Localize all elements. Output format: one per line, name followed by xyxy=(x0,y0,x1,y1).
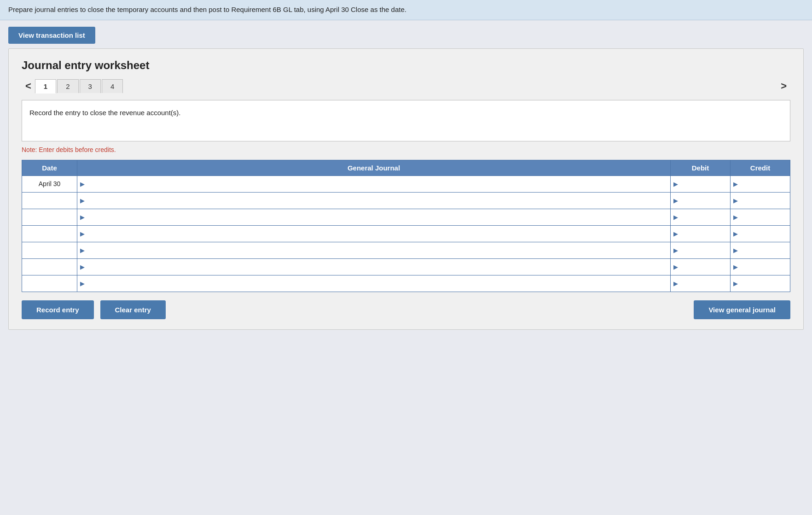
credit-cell-6[interactable]: ▶ xyxy=(731,275,790,292)
credit-cell-4[interactable]: ▶ xyxy=(731,242,790,258)
arrow-icon-credit-0: ▶ xyxy=(733,181,738,187)
table-row: ▶▶▶ xyxy=(22,192,790,209)
credit-input-4[interactable] xyxy=(740,242,787,258)
date-cell-6 xyxy=(22,275,77,292)
arrow-icon-gj-5: ▶ xyxy=(80,263,85,270)
tab-3[interactable]: 3 xyxy=(80,79,101,93)
instruction-text: Prepare journal entries to close the tem… xyxy=(8,6,406,13)
tab-2[interactable]: 2 xyxy=(57,79,78,93)
arrow-icon-credit-1: ▶ xyxy=(733,197,738,204)
note-text: Note: Enter debits before credits. xyxy=(22,146,790,153)
arrow-icon-debit-2: ▶ xyxy=(673,214,678,221)
arrow-icon-credit-4: ▶ xyxy=(733,247,738,254)
debit-cell-5[interactable]: ▶ xyxy=(671,258,731,275)
table-row: April 30▶▶▶ xyxy=(22,176,790,192)
tab-next-button[interactable]: > xyxy=(777,79,790,93)
gj-cell-6[interactable]: ▶ xyxy=(77,275,671,292)
worksheet-container: Journal entry worksheet < 1 2 3 4 > Reco… xyxy=(8,48,804,330)
arrow-icon-credit-3: ▶ xyxy=(733,230,738,237)
arrow-icon-credit-2: ▶ xyxy=(733,214,738,221)
arrow-icon-debit-1: ▶ xyxy=(673,197,678,204)
bottom-buttons: Record entry Clear entry View general jo… xyxy=(22,300,790,319)
table-row: ▶▶▶ xyxy=(22,225,790,242)
arrow-icon-gj-0: ▶ xyxy=(80,181,85,187)
gj-input-3[interactable] xyxy=(87,226,667,242)
table-row: ▶▶▶ xyxy=(22,242,790,258)
debit-input-1[interactable] xyxy=(680,193,727,209)
debit-input-0[interactable] xyxy=(680,176,727,192)
debit-input-4[interactable] xyxy=(680,242,727,258)
debit-cell-1[interactable]: ▶ xyxy=(671,192,731,209)
arrow-icon-gj-2: ▶ xyxy=(80,214,85,221)
arrow-icon-debit-0: ▶ xyxy=(673,181,678,187)
debit-input-2[interactable] xyxy=(680,209,727,225)
credit-input-5[interactable] xyxy=(740,259,787,275)
gj-cell-0[interactable]: ▶ xyxy=(77,176,671,192)
view-general-journal-button[interactable]: View general journal xyxy=(694,300,790,319)
arrow-icon-gj-6: ▶ xyxy=(80,280,85,287)
gj-input-4[interactable] xyxy=(87,242,667,258)
worksheet-title: Journal entry worksheet xyxy=(22,59,790,72)
credit-cell-1[interactable]: ▶ xyxy=(731,192,790,209)
gj-cell-3[interactable]: ▶ xyxy=(77,225,671,242)
header-general-journal: General Journal xyxy=(77,160,671,176)
arrow-icon-gj-3: ▶ xyxy=(80,230,85,237)
entry-instruction-text: Record the entry to close the revenue ac… xyxy=(29,109,181,117)
gj-input-0[interactable] xyxy=(87,176,667,192)
debit-cell-4[interactable]: ▶ xyxy=(671,242,731,258)
arrow-icon-debit-5: ▶ xyxy=(673,263,678,270)
date-cell-2 xyxy=(22,209,77,225)
credit-input-1[interactable] xyxy=(740,193,787,209)
arrow-icon-gj-4: ▶ xyxy=(80,247,85,254)
debit-input-5[interactable] xyxy=(680,259,727,275)
record-entry-button[interactable]: Record entry xyxy=(22,300,94,319)
credit-input-6[interactable] xyxy=(740,275,787,292)
credit-input-0[interactable] xyxy=(740,176,787,192)
credit-input-2[interactable] xyxy=(740,209,787,225)
date-cell-1 xyxy=(22,192,77,209)
arrow-icon-debit-6: ▶ xyxy=(673,280,678,287)
header-date: Date xyxy=(22,160,77,176)
arrow-icon-credit-5: ▶ xyxy=(733,263,738,270)
arrow-icon-debit-3: ▶ xyxy=(673,230,678,237)
debit-cell-2[interactable]: ▶ xyxy=(671,209,731,225)
top-section: View transaction list xyxy=(0,20,812,48)
instruction-bar: Prepare journal entries to close the tem… xyxy=(0,0,812,20)
date-cell-3 xyxy=(22,225,77,242)
table-row: ▶▶▶ xyxy=(22,275,790,292)
debit-cell-0[interactable]: ▶ xyxy=(671,176,731,192)
gj-input-2[interactable] xyxy=(87,209,667,225)
gj-input-1[interactable] xyxy=(87,193,667,209)
tab-prev-button[interactable]: < xyxy=(22,79,35,93)
header-debit: Debit xyxy=(671,160,731,176)
tab-1[interactable]: 1 xyxy=(35,79,56,94)
gj-cell-4[interactable]: ▶ xyxy=(77,242,671,258)
credit-cell-5[interactable]: ▶ xyxy=(731,258,790,275)
debit-input-3[interactable] xyxy=(680,226,727,242)
header-credit: Credit xyxy=(731,160,790,176)
gj-input-5[interactable] xyxy=(87,259,667,275)
arrow-icon-gj-1: ▶ xyxy=(80,197,85,204)
tab-4[interactable]: 4 xyxy=(102,79,123,93)
gj-cell-5[interactable]: ▶ xyxy=(77,258,671,275)
journal-table: Date General Journal Debit Credit April … xyxy=(22,160,790,292)
credit-cell-3[interactable]: ▶ xyxy=(731,225,790,242)
date-cell-4 xyxy=(22,242,77,258)
credit-cell-2[interactable]: ▶ xyxy=(731,209,790,225)
arrow-icon-credit-6: ▶ xyxy=(733,280,738,287)
debit-cell-6[interactable]: ▶ xyxy=(671,275,731,292)
credit-cell-0[interactable]: ▶ xyxy=(731,176,790,192)
gj-cell-2[interactable]: ▶ xyxy=(77,209,671,225)
debit-cell-3[interactable]: ▶ xyxy=(671,225,731,242)
debit-input-6[interactable] xyxy=(680,275,727,292)
entry-instruction-box: Record the entry to close the revenue ac… xyxy=(22,100,790,141)
table-row: ▶▶▶ xyxy=(22,258,790,275)
gj-cell-1[interactable]: ▶ xyxy=(77,192,671,209)
tabs-row: < 1 2 3 4 > xyxy=(22,79,790,94)
table-row: ▶▶▶ xyxy=(22,209,790,225)
view-transaction-button[interactable]: View transaction list xyxy=(8,27,95,44)
date-cell-0: April 30 xyxy=(22,176,77,192)
credit-input-3[interactable] xyxy=(740,226,787,242)
clear-entry-button[interactable]: Clear entry xyxy=(100,300,166,319)
gj-input-6[interactable] xyxy=(87,275,667,292)
